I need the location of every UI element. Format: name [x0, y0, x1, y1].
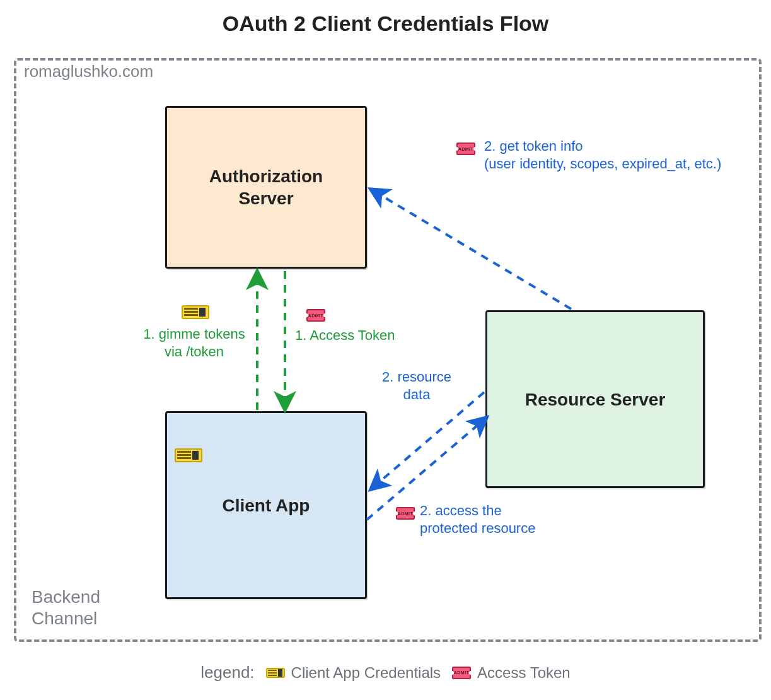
edge-label-access-protected: 2. access the protected resource — [420, 502, 565, 537]
admit-one-ticket-icon: ADMIT — [396, 507, 415, 520]
legend-item-text: Access Token — [477, 664, 571, 682]
admit-one-ticket-icon: ADMIT — [452, 667, 471, 679]
client-app-node: Client App — [165, 411, 367, 599]
diagram-title: OAuth 2 Client Credentials Flow — [0, 11, 771, 36]
diagram-stage: OAuth 2 Client Credentials Flow romaglus… — [0, 0, 771, 700]
admit-one-ticket-icon: ADMIT — [306, 309, 325, 322]
watermark: romaglushko.com — [24, 62, 153, 81]
concert-ticket-icon — [266, 668, 285, 678]
legend-item-text: Client App Credentials — [291, 664, 441, 682]
edge-label-token-info: 2. get token info (user identity, scopes… — [453, 137, 762, 172]
legend-label: legend: — [200, 663, 254, 682]
node-label: Authorization Server — [209, 165, 323, 209]
concert-ticket-icon — [175, 421, 202, 465]
edge-label-response-token: 1. Access Token — [295, 327, 415, 344]
node-label: Client App — [223, 494, 310, 516]
legend-item-credentials: Client App Credentials — [266, 664, 441, 682]
edge-label-resource-data: 2. resource data — [369, 368, 464, 403]
legend: legend: Client App Credentials ADMIT Acc… — [0, 663, 771, 682]
authorization-server-node: Authorization Server — [165, 106, 367, 269]
resource-server-node: Resource Server — [485, 310, 705, 488]
channel-label: Backend Channel — [32, 586, 100, 629]
node-label: Resource Server — [525, 388, 666, 411]
edge-label-request-token: 1. gimme tokens via /token — [137, 325, 251, 360]
legend-item-access-token: ADMIT Access Token — [452, 664, 571, 682]
concert-ticket-icon — [182, 305, 209, 319]
